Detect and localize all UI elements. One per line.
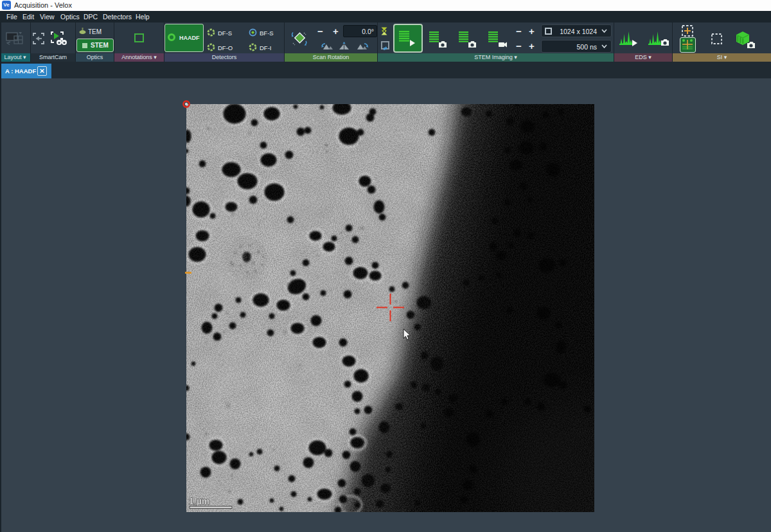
svg-text:1 µm: 1 µm xyxy=(189,496,209,506)
